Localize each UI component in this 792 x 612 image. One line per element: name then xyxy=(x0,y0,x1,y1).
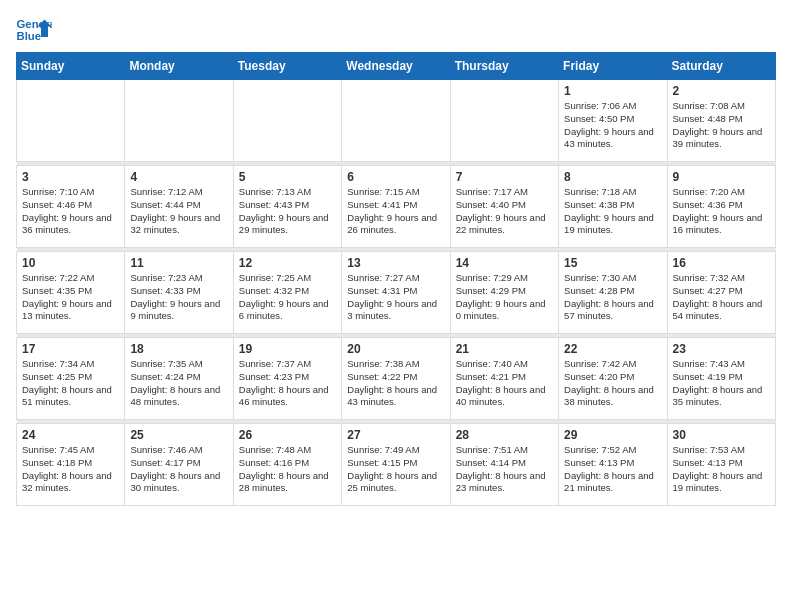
day-number: 9 xyxy=(673,170,770,184)
day-number: 10 xyxy=(22,256,119,270)
weekday-header-monday: Monday xyxy=(125,53,233,80)
weekday-header-sunday: Sunday xyxy=(17,53,125,80)
calendar-cell xyxy=(233,80,341,162)
calendar-cell: 20Sunrise: 7:38 AM Sunset: 4:22 PM Dayli… xyxy=(342,338,450,420)
day-number: 20 xyxy=(347,342,444,356)
day-info: Sunrise: 7:42 AM Sunset: 4:20 PM Dayligh… xyxy=(564,358,661,409)
calendar-week-row: 10Sunrise: 7:22 AM Sunset: 4:35 PM Dayli… xyxy=(17,252,776,334)
day-number: 15 xyxy=(564,256,661,270)
calendar-cell: 26Sunrise: 7:48 AM Sunset: 4:16 PM Dayli… xyxy=(233,424,341,506)
day-info: Sunrise: 7:17 AM Sunset: 4:40 PM Dayligh… xyxy=(456,186,553,237)
day-info: Sunrise: 7:49 AM Sunset: 4:15 PM Dayligh… xyxy=(347,444,444,495)
day-info: Sunrise: 7:51 AM Sunset: 4:14 PM Dayligh… xyxy=(456,444,553,495)
day-number: 30 xyxy=(673,428,770,442)
calendar-cell: 4Sunrise: 7:12 AM Sunset: 4:44 PM Daylig… xyxy=(125,166,233,248)
calendar-cell: 21Sunrise: 7:40 AM Sunset: 4:21 PM Dayli… xyxy=(450,338,558,420)
weekday-header-wednesday: Wednesday xyxy=(342,53,450,80)
day-info: Sunrise: 7:18 AM Sunset: 4:38 PM Dayligh… xyxy=(564,186,661,237)
calendar-cell: 11Sunrise: 7:23 AM Sunset: 4:33 PM Dayli… xyxy=(125,252,233,334)
calendar-cell: 9Sunrise: 7:20 AM Sunset: 4:36 PM Daylig… xyxy=(667,166,775,248)
calendar-cell: 15Sunrise: 7:30 AM Sunset: 4:28 PM Dayli… xyxy=(559,252,667,334)
day-info: Sunrise: 7:12 AM Sunset: 4:44 PM Dayligh… xyxy=(130,186,227,237)
calendar-cell: 3Sunrise: 7:10 AM Sunset: 4:46 PM Daylig… xyxy=(17,166,125,248)
day-number: 26 xyxy=(239,428,336,442)
day-number: 6 xyxy=(347,170,444,184)
day-info: Sunrise: 7:34 AM Sunset: 4:25 PM Dayligh… xyxy=(22,358,119,409)
calendar-cell: 5Sunrise: 7:13 AM Sunset: 4:43 PM Daylig… xyxy=(233,166,341,248)
day-info: Sunrise: 7:08 AM Sunset: 4:48 PM Dayligh… xyxy=(673,100,770,151)
calendar-cell: 16Sunrise: 7:32 AM Sunset: 4:27 PM Dayli… xyxy=(667,252,775,334)
day-number: 19 xyxy=(239,342,336,356)
calendar-cell: 13Sunrise: 7:27 AM Sunset: 4:31 PM Dayli… xyxy=(342,252,450,334)
day-info: Sunrise: 7:22 AM Sunset: 4:35 PM Dayligh… xyxy=(22,272,119,323)
day-number: 16 xyxy=(673,256,770,270)
day-number: 22 xyxy=(564,342,661,356)
calendar-cell: 12Sunrise: 7:25 AM Sunset: 4:32 PM Dayli… xyxy=(233,252,341,334)
day-info: Sunrise: 7:46 AM Sunset: 4:17 PM Dayligh… xyxy=(130,444,227,495)
calendar-cell: 17Sunrise: 7:34 AM Sunset: 4:25 PM Dayli… xyxy=(17,338,125,420)
weekday-header-thursday: Thursday xyxy=(450,53,558,80)
calendar-cell: 18Sunrise: 7:35 AM Sunset: 4:24 PM Dayli… xyxy=(125,338,233,420)
day-number: 17 xyxy=(22,342,119,356)
page-header: General Blue xyxy=(16,16,776,44)
day-info: Sunrise: 7:48 AM Sunset: 4:16 PM Dayligh… xyxy=(239,444,336,495)
calendar-cell: 23Sunrise: 7:43 AM Sunset: 4:19 PM Dayli… xyxy=(667,338,775,420)
calendar-cell: 29Sunrise: 7:52 AM Sunset: 4:13 PM Dayli… xyxy=(559,424,667,506)
day-info: Sunrise: 7:23 AM Sunset: 4:33 PM Dayligh… xyxy=(130,272,227,323)
logo: General Blue xyxy=(16,16,52,44)
weekday-header-row: SundayMondayTuesdayWednesdayThursdayFrid… xyxy=(17,53,776,80)
calendar-cell xyxy=(450,80,558,162)
calendar-cell: 14Sunrise: 7:29 AM Sunset: 4:29 PM Dayli… xyxy=(450,252,558,334)
day-info: Sunrise: 7:52 AM Sunset: 4:13 PM Dayligh… xyxy=(564,444,661,495)
day-number: 5 xyxy=(239,170,336,184)
day-number: 29 xyxy=(564,428,661,442)
calendar-cell: 28Sunrise: 7:51 AM Sunset: 4:14 PM Dayli… xyxy=(450,424,558,506)
calendar-cell xyxy=(17,80,125,162)
day-number: 4 xyxy=(130,170,227,184)
day-info: Sunrise: 7:25 AM Sunset: 4:32 PM Dayligh… xyxy=(239,272,336,323)
day-number: 8 xyxy=(564,170,661,184)
day-info: Sunrise: 7:38 AM Sunset: 4:22 PM Dayligh… xyxy=(347,358,444,409)
calendar-cell xyxy=(125,80,233,162)
calendar-week-row: 24Sunrise: 7:45 AM Sunset: 4:18 PM Dayli… xyxy=(17,424,776,506)
calendar-cell: 24Sunrise: 7:45 AM Sunset: 4:18 PM Dayli… xyxy=(17,424,125,506)
calendar-cell: 27Sunrise: 7:49 AM Sunset: 4:15 PM Dayli… xyxy=(342,424,450,506)
day-number: 27 xyxy=(347,428,444,442)
weekday-header-tuesday: Tuesday xyxy=(233,53,341,80)
day-number: 11 xyxy=(130,256,227,270)
calendar-week-row: 1Sunrise: 7:06 AM Sunset: 4:50 PM Daylig… xyxy=(17,80,776,162)
calendar-table: SundayMondayTuesdayWednesdayThursdayFrid… xyxy=(16,52,776,506)
calendar-cell: 1Sunrise: 7:06 AM Sunset: 4:50 PM Daylig… xyxy=(559,80,667,162)
calendar-cell: 6Sunrise: 7:15 AM Sunset: 4:41 PM Daylig… xyxy=(342,166,450,248)
day-info: Sunrise: 7:43 AM Sunset: 4:19 PM Dayligh… xyxy=(673,358,770,409)
calendar-week-row: 3Sunrise: 7:10 AM Sunset: 4:46 PM Daylig… xyxy=(17,166,776,248)
calendar-cell: 25Sunrise: 7:46 AM Sunset: 4:17 PM Dayli… xyxy=(125,424,233,506)
day-info: Sunrise: 7:30 AM Sunset: 4:28 PM Dayligh… xyxy=(564,272,661,323)
calendar-cell: 22Sunrise: 7:42 AM Sunset: 4:20 PM Dayli… xyxy=(559,338,667,420)
day-number: 2 xyxy=(673,84,770,98)
day-info: Sunrise: 7:29 AM Sunset: 4:29 PM Dayligh… xyxy=(456,272,553,323)
weekday-header-friday: Friday xyxy=(559,53,667,80)
day-number: 13 xyxy=(347,256,444,270)
calendar-cell: 2Sunrise: 7:08 AM Sunset: 4:48 PM Daylig… xyxy=(667,80,775,162)
day-number: 1 xyxy=(564,84,661,98)
calendar-cell: 30Sunrise: 7:53 AM Sunset: 4:13 PM Dayli… xyxy=(667,424,775,506)
calendar-week-row: 17Sunrise: 7:34 AM Sunset: 4:25 PM Dayli… xyxy=(17,338,776,420)
day-info: Sunrise: 7:32 AM Sunset: 4:27 PM Dayligh… xyxy=(673,272,770,323)
calendar-cell: 7Sunrise: 7:17 AM Sunset: 4:40 PM Daylig… xyxy=(450,166,558,248)
calendar-cell: 19Sunrise: 7:37 AM Sunset: 4:23 PM Dayli… xyxy=(233,338,341,420)
day-number: 23 xyxy=(673,342,770,356)
day-number: 3 xyxy=(22,170,119,184)
day-info: Sunrise: 7:37 AM Sunset: 4:23 PM Dayligh… xyxy=(239,358,336,409)
day-number: 14 xyxy=(456,256,553,270)
day-number: 12 xyxy=(239,256,336,270)
day-number: 7 xyxy=(456,170,553,184)
logo-icon: General Blue xyxy=(16,16,52,44)
day-info: Sunrise: 7:45 AM Sunset: 4:18 PM Dayligh… xyxy=(22,444,119,495)
day-info: Sunrise: 7:10 AM Sunset: 4:46 PM Dayligh… xyxy=(22,186,119,237)
day-info: Sunrise: 7:20 AM Sunset: 4:36 PM Dayligh… xyxy=(673,186,770,237)
day-number: 21 xyxy=(456,342,553,356)
svg-text:Blue: Blue xyxy=(17,30,42,42)
day-info: Sunrise: 7:06 AM Sunset: 4:50 PM Dayligh… xyxy=(564,100,661,151)
day-info: Sunrise: 7:40 AM Sunset: 4:21 PM Dayligh… xyxy=(456,358,553,409)
